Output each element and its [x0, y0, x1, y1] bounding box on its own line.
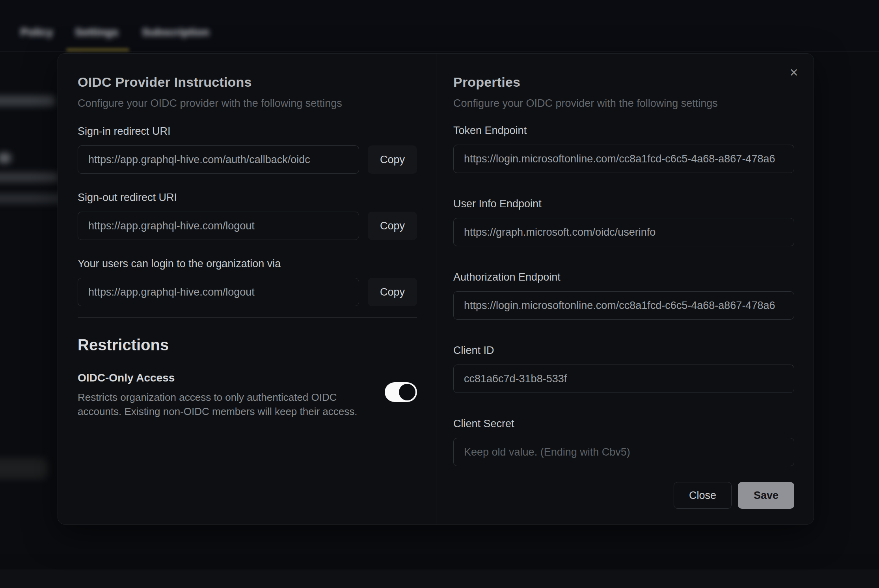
login-url-label: Your users can login to the organization…	[78, 257, 417, 270]
login-url-field: Your users can login to the organization…	[78, 257, 417, 306]
token-endpoint-label: Token Endpoint	[453, 124, 794, 137]
modal-actions: Close Save	[453, 482, 794, 509]
user-info-endpoint-field: User Info Endpoint	[453, 197, 794, 246]
background-band	[0, 554, 879, 569]
restrictions-heading: Restrictions	[78, 336, 417, 354]
instructions-title: OIDC Provider Instructions	[78, 74, 417, 90]
oidc-only-access-label: OIDC-Only Access	[78, 371, 369, 385]
sign-out-redirect-field: Sign-out redirect URI Copy	[78, 191, 417, 240]
tab-settings[interactable]: Settings	[75, 26, 118, 39]
tab-subscription[interactable]: Subscription	[142, 26, 209, 39]
client-id-input[interactable]	[453, 365, 794, 393]
user-info-endpoint-label: User Info Endpoint	[453, 197, 794, 210]
sign-out-redirect-input[interactable]	[78, 212, 359, 240]
login-url-input[interactable]	[78, 278, 359, 306]
authorization-endpoint-input[interactable]	[453, 291, 794, 320]
instructions-subtitle: Configure your OIDC provider with the fo…	[78, 96, 417, 111]
client-id-label: Client ID	[453, 344, 794, 357]
blurred-background-icon	[0, 153, 11, 163]
toggle-thumb	[399, 384, 415, 400]
save-button[interactable]: Save	[738, 482, 794, 509]
client-secret-label: Client Secret	[453, 417, 794, 430]
client-secret-input[interactable]	[453, 438, 794, 466]
sign-in-redirect-label: Sign-in redirect URI	[78, 125, 417, 138]
token-endpoint-input[interactable]	[453, 145, 794, 173]
background-tabbar: Policy Settings Subscription	[0, 0, 879, 52]
oidc-only-access-toggle[interactable]	[385, 382, 417, 402]
tab-policy[interactable]: Policy	[20, 26, 53, 39]
client-id-field: Client ID	[453, 344, 794, 393]
close-icon[interactable]: ×	[786, 65, 802, 80]
sign-out-redirect-label: Sign-out redirect URI	[78, 191, 417, 204]
properties-panel: Properties Configure your OIDC provider …	[436, 54, 814, 524]
oidc-only-access-row: OIDC-Only Access Restricts organization …	[78, 371, 417, 419]
user-info-endpoint-input[interactable]	[453, 218, 794, 246]
active-tab-underline	[66, 48, 129, 51]
authorization-endpoint-label: Authorization Endpoint	[453, 271, 794, 283]
oidc-only-access-description: Restricts organization access to only au…	[78, 390, 369, 419]
token-endpoint-field: Token Endpoint	[453, 124, 794, 173]
copy-login-url-button[interactable]: Copy	[368, 278, 417, 306]
blurred-background-button	[0, 458, 47, 479]
sign-in-redirect-input[interactable]	[78, 145, 359, 174]
close-button[interactable]: Close	[674, 482, 732, 509]
sign-in-redirect-field: Sign-in redirect URI Copy	[78, 125, 417, 174]
blurred-background-text	[0, 96, 55, 106]
section-divider	[78, 317, 417, 318]
blurred-background-text	[0, 194, 63, 203]
instructions-panel: OIDC Provider Instructions Configure you…	[58, 54, 436, 524]
background-band	[0, 569, 879, 588]
oidc-provider-modal: × OIDC Provider Instructions Configure y…	[58, 53, 814, 525]
authorization-endpoint-field: Authorization Endpoint	[453, 271, 794, 320]
blurred-background-text	[0, 173, 59, 182]
copy-sign-out-redirect-button[interactable]: Copy	[368, 212, 417, 240]
properties-subtitle: Configure your OIDC provider with the fo…	[453, 96, 794, 111]
copy-sign-in-redirect-button[interactable]: Copy	[368, 145, 417, 174]
properties-title: Properties	[453, 74, 794, 90]
client-secret-field: Client Secret	[453, 417, 794, 466]
